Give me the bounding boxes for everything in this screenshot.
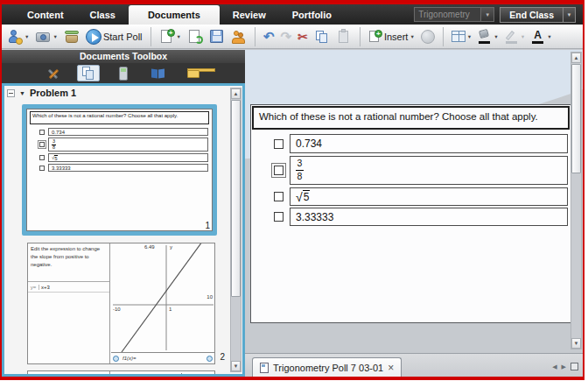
page-sorter-icon — [80, 66, 96, 81]
document-icon — [260, 363, 269, 373]
radical-icon: √ — [296, 192, 303, 203]
add-student-button[interactable]: ▼ — [5, 27, 31, 46]
sqrt-value: √ 5 — [296, 190, 310, 203]
insert-label: Insert — [384, 32, 409, 42]
chevron-down-icon: ▼ — [547, 34, 551, 39]
tab-list-icon[interactable] — [570, 363, 578, 370]
paste-icon — [336, 29, 352, 45]
answer-label-2[interactable]: 3 8 — [290, 156, 568, 185]
tab-content[interactable]: Content — [14, 4, 77, 25]
thumbnail-option-1: 0.734 — [39, 128, 208, 136]
class-selector-dropdown[interactable]: Trigonometry ▼ — [414, 7, 494, 22]
cut-icon: ✂ — [298, 31, 308, 43]
answer-checkbox-2[interactable] — [274, 166, 284, 175]
thumbnail-option-2: 38 — [39, 138, 208, 152]
screen-capture-button[interactable]: ▼ — [33, 27, 59, 46]
checkbox-icon — [39, 166, 45, 171]
start-poll-button[interactable]: Start Poll — [84, 27, 144, 46]
page-number: 2 — [220, 352, 225, 362]
open-document-tab[interactable]: Trigonometry Poll 7 03-01 × — [252, 357, 402, 377]
save-document-button[interactable] — [207, 27, 227, 46]
problem-group-header[interactable]: ▼ Problem 1 — [7, 88, 76, 98]
thumbnail-3-graph-pane: 10 y — [111, 371, 214, 377]
tab-nav-right-icon[interactable]: ▶ — [562, 363, 566, 370]
answer-checkbox-3[interactable] — [274, 192, 284, 201]
answer-checkbox-1[interactable] — [274, 139, 284, 149]
open-document-button[interactable] — [186, 27, 205, 46]
collapse-box-icon[interactable] — [7, 89, 15, 97]
answer-checkbox-4[interactable] — [274, 212, 284, 222]
function-entry-bar: f1(x)= — [111, 352, 214, 363]
people-icon — [231, 29, 247, 45]
fill-color-button[interactable]: ▼ — [476, 27, 500, 46]
chevron-down-icon: ▼ — [467, 34, 472, 39]
send-to-class-button[interactable] — [62, 27, 81, 46]
new-document-icon: + — [159, 29, 175, 45]
chevron-down-icon: ▼ — [494, 34, 498, 39]
new-document-button[interactable]: + ▼ — [158, 27, 183, 46]
toolbox-tab-calculator[interactable] — [112, 65, 135, 81]
page-thumbnail-2[interactable]: Edit the expression to change the slope … — [27, 243, 215, 364]
app-window: Content Class Documents Review Portfolio… — [0, 0, 584, 380]
redo-icon: ↷ — [281, 30, 292, 43]
text-color-button[interactable]: A ▼ — [529, 27, 553, 46]
scroll-down-icon[interactable]: ▼ — [231, 361, 241, 371]
tab-nav-left-icon[interactable]: ◀ — [552, 363, 556, 370]
save-icon — [209, 29, 225, 45]
collapse-triangle-icon[interactable]: ▼ — [19, 90, 25, 96]
copy-button[interactable] — [312, 27, 332, 46]
toolbox-tab-tools[interactable] — [42, 65, 65, 81]
checkbox-icon — [39, 142, 45, 147]
fill-color-icon — [478, 29, 492, 44]
tab-portfolio[interactable]: Portfolio — [279, 4, 345, 25]
scroll-up-icon[interactable]: ▲ — [231, 88, 241, 99]
copy-icon — [314, 29, 330, 45]
end-class-button[interactable]: End Class — [500, 7, 564, 23]
scroll-up-icon[interactable]: ▲ — [571, 53, 581, 63]
sidebar-scrollbar[interactable]: ▲ ▼ — [230, 88, 242, 372]
undo-button[interactable]: ↶ — [262, 28, 276, 45]
checkbox-icon — [39, 130, 45, 135]
page-thumbnail-3[interactable]: Find the slope of the line from these po… — [27, 370, 215, 377]
folder-icon — [186, 66, 201, 81]
thumbnail-option-3: √5 — [39, 153, 208, 162]
answer-option-4: 3.33333 — [274, 208, 568, 226]
thumbnail-option-4: 3.33333 — [39, 164, 208, 172]
toolbox-tab-content[interactable] — [147, 65, 170, 81]
page-thumbnail-1-selected[interactable]: Which of these is not a rational number?… — [22, 104, 217, 236]
document-scrollbar[interactable]: ▲ ▼ — [570, 52, 582, 349]
question-page: Which of these is not a rational number?… — [250, 104, 571, 323]
toolbar-separator — [360, 27, 360, 46]
tab-documents[interactable]: Documents — [129, 5, 220, 25]
document-tab-bar: Trigonometry Poll 7 03-01 × ◀ ▶ — [245, 353, 583, 377]
tab-review[interactable]: Review — [220, 4, 279, 25]
start-poll-label: Start Poll — [103, 32, 143, 42]
toolbox-tab-files[interactable] — [182, 65, 205, 81]
cut-button[interactable]: ✂ — [296, 29, 310, 45]
page-layout-button[interactable]: ▼ — [450, 29, 473, 44]
transfer-tool-button[interactable] — [229, 27, 248, 46]
function-label: f1(x)= — [121, 356, 205, 361]
end-class-dropdown-icon[interactable]: ▼ — [564, 7, 576, 23]
scrollbar-thumb[interactable] — [571, 64, 581, 173]
insert-button[interactable]: + Insert ▼ — [367, 28, 416, 46]
y-axis-label: y — [185, 374, 187, 377]
problem-title: Problem 1 — [30, 88, 76, 98]
content-area: Documents Toolbox — [2, 50, 583, 377]
thumbnail-3-prompt: Find the slope of the line from these po… — [28, 371, 109, 377]
chevron-down-icon: ▼ — [177, 34, 181, 39]
close-icon[interactable]: × — [388, 363, 394, 373]
chevron-down-icon: ▼ — [52, 34, 57, 39]
toolbox-tab-page-sorter[interactable] — [77, 65, 100, 81]
chevron-down-icon[interactable]: ▼ — [480, 8, 494, 21]
document-tab-label: Trigonometry Poll 7 03-01 — [273, 363, 383, 373]
toolbox-title: Documents Toolbox — [2, 50, 245, 63]
scroll-down-icon[interactable]: ▼ — [571, 338, 581, 349]
answer-label-3[interactable]: √ 5 — [290, 187, 568, 206]
answer-label-4[interactable]: 3.33333 — [290, 208, 568, 226]
scrollbar-thumb[interactable] — [231, 100, 241, 297]
fraction-value: 3 8 — [296, 159, 304, 181]
answer-label-1[interactable]: 0.734 — [290, 134, 568, 153]
documents-toolbox-panel: Documents Toolbox — [2, 50, 245, 377]
tab-class[interactable]: Class — [77, 4, 129, 25]
